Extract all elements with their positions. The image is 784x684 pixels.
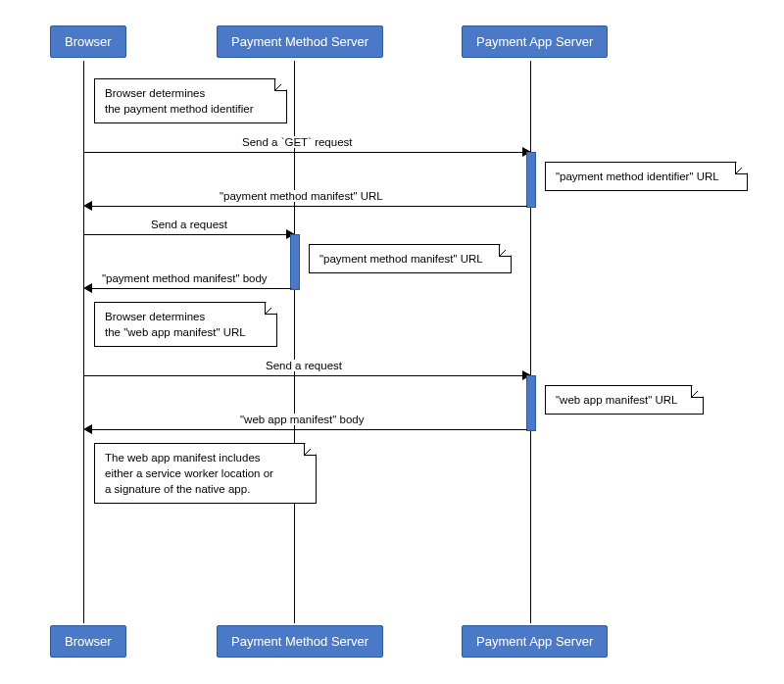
msg-line xyxy=(92,429,527,430)
msg-line xyxy=(92,206,527,207)
msg-line xyxy=(83,375,522,376)
note-line: "payment method manifest" URL xyxy=(319,253,483,265)
lifeline-pas xyxy=(530,61,531,623)
arrow-icon xyxy=(83,201,92,211)
note-line: "web app manifest" URL xyxy=(556,394,678,406)
msg-pmm-url: "payment method manifest" URL xyxy=(218,190,385,202)
msg-send-request-2: Send a request xyxy=(264,360,344,371)
note-line: a signature of the native app. xyxy=(105,483,250,495)
note-line: The web app manifest includes xyxy=(105,452,261,464)
note-wam-url: "web app manifest" URL xyxy=(545,385,704,415)
note-line: Browser determines xyxy=(105,87,205,99)
note-determines-identifier: Browser determines the payment method id… xyxy=(94,78,287,123)
sequence-diagram: Browser Payment Method Server Payment Ap… xyxy=(20,20,764,664)
note-line: either a service worker location or xyxy=(105,467,273,479)
note-line: "payment method identifier" URL xyxy=(556,171,719,182)
note-line: the "web app manifest" URL xyxy=(105,326,246,338)
participant-pas-bottom: Payment App Server xyxy=(462,625,608,658)
arrow-icon xyxy=(83,283,92,293)
participant-browser-bottom: Browser xyxy=(50,625,126,658)
arrow-icon xyxy=(83,424,92,434)
participant-pms-top: Payment Method Server xyxy=(217,25,383,58)
msg-line xyxy=(83,234,286,235)
activation-pas-1 xyxy=(526,152,536,208)
msg-line xyxy=(83,152,522,153)
note-line: Browser determines xyxy=(105,311,205,322)
participant-pms-bottom: Payment Method Server xyxy=(217,625,383,658)
msg-send-request-1: Send a request xyxy=(149,219,229,230)
note-determines-wam: Browser determines the "web app manifest… xyxy=(94,302,277,347)
msg-line xyxy=(92,288,291,289)
note-pmm-url: "payment method manifest" URL xyxy=(309,244,512,273)
lifeline-browser xyxy=(83,61,84,623)
note-line: the payment method identifier xyxy=(105,103,254,115)
msg-wam-body: "web app manifest" body xyxy=(238,414,366,425)
participant-pas-top: Payment App Server xyxy=(462,25,608,58)
note-wam-includes: The web app manifest includes either a s… xyxy=(94,443,317,504)
activation-pas-2 xyxy=(526,375,536,431)
note-pmi-url: "payment method identifier" URL xyxy=(545,162,748,191)
msg-get-request: Send a `GET` request xyxy=(240,136,355,148)
participant-browser-top: Browser xyxy=(50,25,126,58)
activation-pms xyxy=(290,234,300,290)
msg-pmm-body: "payment method manifest" body xyxy=(100,272,270,284)
